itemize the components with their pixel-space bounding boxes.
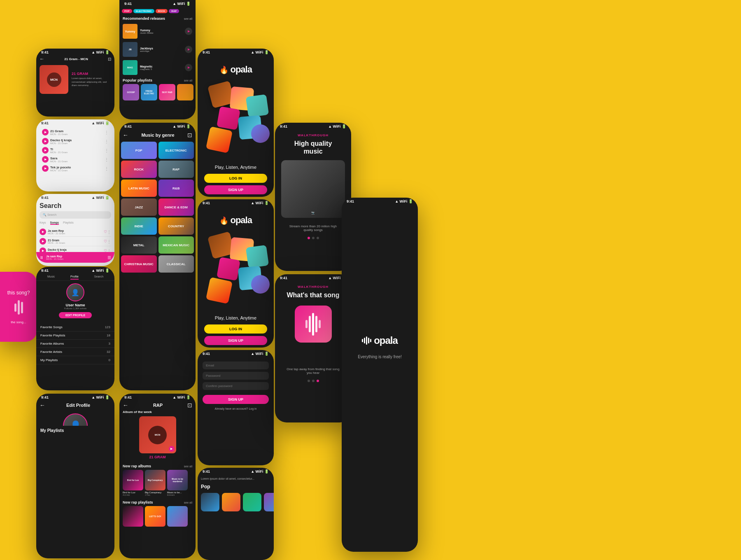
album-1[interactable]: Bird for Luv Bird for Luv Ard Adz [123,470,143,496]
genre-artist-2[interactable] [222,493,240,511]
play-btn-5[interactable]: ▶ [42,165,49,172]
album-2[interactable]: Big Conspiracy Big Conspiracy J Hus [145,470,165,496]
genre-christina[interactable]: CHRISTINA MUSIC [121,255,157,273]
tab-songs[interactable]: Songs [50,221,59,225]
genre-electronic[interactable]: ELECTRONIC [158,142,194,159]
queue-icon[interactable]: ☰ [107,255,111,260]
password-input[interactable] [203,372,269,380]
recommended-see-all[interactable]: see all [184,17,192,20]
edit-profile-btn[interactable]: EDIT PROFILE [59,312,92,318]
release-2[interactable]: JB Jackboys astroliga ▶ [119,40,196,58]
pill-rap[interactable]: RAP [169,9,179,13]
screen-profile: 9:41 ▲ WiFi 🔋 Music Profile Search 👤 Use… [36,267,114,390]
card-2-4 [217,257,240,281]
editprofile-back[interactable]: ← [40,402,45,408]
mini-player[interactable]: ⏸ Ja sam Rep MCN - 21 Gram ☰ [36,252,114,263]
signup-btn[interactable]: SIGN UP [204,185,267,194]
genre-indie[interactable]: INDIE [121,217,157,235]
back-btn[interactable]: ← [40,56,44,62]
release-1[interactable]: Yummy Yummy Justin Biebe ▶ [119,22,196,40]
rap-cast[interactable]: ⊡ [187,402,192,408]
pill-pop[interactable]: POP [122,9,132,13]
song-row-3[interactable]: ▶ Ti MCN - 21 Gram ⋮ [39,146,112,155]
pill-electronic[interactable]: ELECTRONIC [133,9,154,13]
song-row-4[interactable]: ▶ Sara MCN - 21 Gram ⋮ [39,155,112,164]
screen-genre: 9:41 ▲ WiFi 🔋 ← Music by genre ⊡ POP ELE… [119,123,196,390]
playlist-thumb-4[interactable] [177,84,193,100]
more-btn-5[interactable]: ⋮ [105,166,109,171]
release-play-1[interactable]: ▶ [185,28,192,35]
song-row-5[interactable]: ▶ Tek je pocelo MCN - 21 Gram ⋮ [39,164,112,173]
search-song-2[interactable]: ▶ 21 Gram MCN - 21 Gram ♡ ⋮ [40,237,111,246]
rap-play-overlay[interactable]: ▶ [169,446,175,452]
more-btn-4[interactable]: ⋮ [105,157,109,162]
more-btn-1[interactable]: ⋮ [105,130,109,135]
playlist-thumb-1[interactable]: GOSSIP [123,84,139,100]
tab-playlists[interactable]: Playlists [63,221,74,225]
tab-music[interactable]: Music [47,275,55,280]
genre-back[interactable]: ← [123,132,128,138]
more-btn-3[interactable]: ⋮ [105,148,109,153]
status-bar-splash: 9:41 ▲ WiFi 🔋 [198,49,274,56]
tab-keys[interactable]: Keys [40,221,46,225]
playlist-thumb-3[interactable]: SEXY R&B [159,84,175,100]
genre-country[interactable]: COUNTRY [158,217,194,235]
song-row-2[interactable]: ▶ Dacko tj kraja MCN - 21 Gram ⋮ [39,137,112,146]
play-btn-3[interactable]: ▶ [42,147,49,154]
screen-signup: 9:41 ▲ WiFi 🔋 SIGN UP Already have an ac… [198,350,274,465]
genre-artist-3[interactable] [243,493,261,511]
tab-search-profile[interactable]: Search [94,275,103,280]
genre-dance[interactable]: DANCE & EDM [158,198,194,216]
rap-playlist-2[interactable]: LET'S GO! [145,506,165,527]
genre-rock[interactable]: ROCK [121,161,157,178]
song-row-1[interactable]: ▶ 21 Gram MCN - 21 Gram ⋮ [39,128,112,137]
genre-artist-1[interactable] [201,493,219,511]
heart-icon-1[interactable]: ♡ [104,230,107,234]
genre-rap[interactable]: RAP [158,161,194,178]
email-input[interactable] [203,362,269,369]
genre-jazz[interactable]: JAZZ [121,198,157,216]
genre-mexican[interactable]: MEXICAN MUSIC [158,236,194,254]
song-title-5: Tek je pocelo MCN - 21 Gram [50,166,103,172]
playlists-see-all[interactable]: see all [184,79,192,82]
release-play-3[interactable]: ▶ [185,64,192,71]
genre-classical[interactable]: CLASSICAL [158,255,194,273]
play-btn-2[interactable]: ▶ [42,138,49,145]
release-play-2[interactable]: ▶ [185,46,192,53]
genre-artist-4[interactable] [264,493,274,511]
heart-icon-2[interactable]: ♡ [104,239,107,243]
waveform-bars [305,314,321,334]
play-search-2[interactable]: ▶ [40,238,46,245]
more-search-1[interactable]: ⋮ [107,230,111,234]
login-btn[interactable]: LOG IN [204,174,267,183]
signup-submit-btn[interactable]: SIGN UP [203,395,269,404]
rap-playlists-see-all[interactable]: see all [184,501,192,504]
play-search-1[interactable]: ▶ [40,229,46,235]
play-btn-4[interactable]: ▶ [42,156,49,163]
pill-rock[interactable]: ROCK [156,9,168,13]
login-btn-2[interactable]: LOG IN [204,324,267,334]
album-3[interactable]: Music to be murdered Music to be... Emin… [167,470,188,496]
search-input[interactable]: 🔍 Search [40,211,111,219]
rap-playlist-1[interactable] [123,506,143,527]
confirm-input[interactable] [203,382,269,390]
genre-latin[interactable]: LATIN MUSIC [121,180,157,197]
tab-profile[interactable]: Profile [70,275,79,280]
play-btn-1[interactable]: ▶ [42,129,49,135]
release-3[interactable]: MAG Magnetic magnetic 5 ▶ [119,58,196,77]
pause-btn[interactable]: ⏸ [40,255,44,260]
more-btn-2[interactable]: ⋮ [105,139,109,144]
rap-playlist-3[interactable] [167,506,188,527]
login-link[interactable]: Already have an account? Log in [203,407,269,410]
genre-rb[interactable]: R&B [158,180,194,197]
cast-icon[interactable]: ⊡ [108,57,111,61]
genre-cast[interactable]: ⊡ [187,132,192,138]
playlist-thumb-2[interactable]: FRESH ELECTRO [141,84,157,100]
signup-btn-2[interactable]: SIGN UP [204,336,267,345]
search-song-1[interactable]: ▶ Ja sam Rep MCN - 21 Gram ♡ ⋮ [40,227,111,237]
more-search-2[interactable]: ⋮ [107,239,111,244]
genre-metal[interactable]: METAL [121,236,157,254]
new-albums-see-all[interactable]: see all [184,465,192,468]
genre-pop[interactable]: POP [121,142,157,159]
rap-back[interactable]: ← [123,402,128,408]
